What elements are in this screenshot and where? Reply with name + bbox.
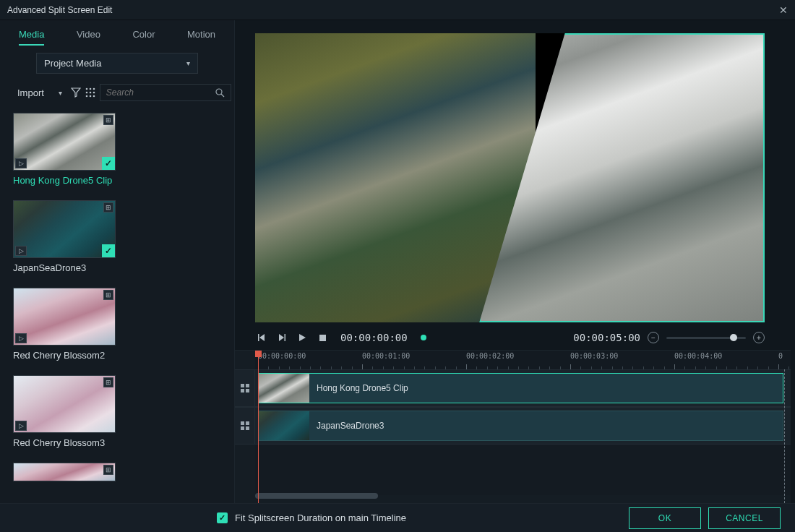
- import-button[interactable]: Import ▾: [13, 85, 66, 101]
- playhead[interactable]: [258, 351, 259, 503]
- zoom-out-button[interactable]: −: [648, 332, 659, 343]
- video-badge-icon: ▷: [15, 333, 27, 343]
- timeline-clip[interactable]: Hong Kong Drone5 Clip: [258, 373, 783, 403]
- split-badge-icon: ⊞: [103, 290, 113, 300]
- svg-line-10: [221, 94, 224, 97]
- marker-dot-icon: [421, 335, 426, 340]
- playback-controls: 00:00:00:00 00:00:05:00 − +: [235, 325, 795, 350]
- source-dropdown-label: Project Media: [44, 58, 101, 69]
- media-toolbar: Import ▾: [0, 80, 234, 108]
- thumbnail-image: [14, 463, 115, 481]
- horizontal-scrollbar[interactable]: [255, 493, 378, 499]
- ruler-mark: 00:00:04:00: [674, 352, 722, 360]
- left-panel: Media Video Color Motion Project Media ▾…: [0, 20, 235, 503]
- clip-item[interactable]: ⊞ ▷ ✓ Hong Kong Drone5 Clip: [13, 113, 221, 186]
- ok-button[interactable]: OK: [629, 507, 701, 529]
- clip-thumbnail[interactable]: ⊞ ▷: [13, 288, 116, 346]
- timeline-clip-label: JapanSeaDrone3: [309, 421, 384, 431]
- svg-point-9: [216, 89, 222, 95]
- cancel-button[interactable]: CANCEL: [708, 507, 781, 529]
- time-ruler[interactable]: 00:00:00:00 00:00:01:00 00:00:02:00 00:0…: [255, 351, 791, 369]
- svg-rect-12: [285, 334, 286, 341]
- timeline-empty[interactable]: [255, 445, 791, 495]
- clip-item[interactable]: ⊞ ▷ ✓ JapanSeaDrone3: [13, 200, 221, 273]
- track-grid-icon: [241, 384, 249, 392]
- clip-label: JapanSeaDrone3: [13, 262, 221, 273]
- ruler-mark: 0: [778, 352, 783, 360]
- svg-point-3: [86, 92, 88, 94]
- clip-label: Hong Kong Drone5 Clip: [13, 175, 221, 186]
- video-badge-icon: ▷: [15, 158, 27, 168]
- timeline: 00:00:00:00 00:00:01:00 00:00:02:00 00:0…: [235, 350, 791, 503]
- zoom-slider[interactable]: [666, 337, 746, 339]
- main: Media Video Color Motion Project Media ▾…: [0, 20, 795, 503]
- source-row: Project Media ▾: [0, 46, 234, 80]
- thumbnail-image: [14, 201, 115, 257]
- chevron-down-icon: ▾: [186, 59, 190, 67]
- grid-view-icon[interactable]: [85, 87, 95, 98]
- checked-icon: ✓: [102, 244, 115, 257]
- svg-rect-11: [258, 334, 259, 341]
- timeline-clip-thumb: [259, 374, 309, 403]
- close-icon[interactable]: ✕: [779, 4, 788, 16]
- clip-item[interactable]: ⊞ ▷ Red Cherry Blossom2: [13, 288, 221, 361]
- search-field[interactable]: [106, 87, 215, 98]
- stop-button[interactable]: [316, 331, 329, 344]
- svg-point-4: [90, 92, 92, 94]
- search-input[interactable]: [100, 84, 231, 101]
- svg-point-1: [90, 88, 92, 90]
- timeline-track: JapanSeaDrone3: [235, 407, 791, 445]
- svg-point-5: [93, 92, 95, 94]
- source-dropdown[interactable]: Project Media ▾: [36, 53, 198, 74]
- clip-end-marker: [784, 369, 785, 503]
- fit-duration-checkbox[interactable]: ✓: [217, 512, 228, 523]
- tab-motion[interactable]: Motion: [187, 29, 215, 46]
- tab-color[interactable]: Color: [132, 29, 155, 46]
- timeline-clip-thumb: [259, 411, 309, 440]
- chevron-down-icon: ▾: [59, 89, 62, 97]
- svg-point-0: [86, 88, 88, 90]
- next-frame-button[interactable]: [275, 331, 288, 344]
- ruler-mark: 00:00:02:00: [466, 352, 514, 360]
- svg-point-7: [90, 95, 92, 98]
- svg-rect-13: [319, 335, 326, 341]
- window-title: Advanced Split Screen Edit: [7, 5, 112, 15]
- checked-icon: ✓: [102, 157, 115, 170]
- split-badge-icon: ⊞: [103, 115, 113, 125]
- play-button[interactable]: [296, 331, 309, 344]
- svg-point-6: [86, 95, 88, 98]
- track-header[interactable]: [235, 408, 255, 444]
- clip-thumbnail[interactable]: ⊞: [13, 463, 116, 481]
- ruler-mark: 00:00:03:00: [570, 352, 618, 360]
- filter-icon[interactable]: [71, 87, 81, 98]
- search-icon[interactable]: [215, 88, 225, 98]
- footer: ✓ Fit Splitscreen Duration on main Timel…: [0, 503, 795, 532]
- fit-duration-label: Fit Splitscreen Duration on main Timelin…: [235, 512, 406, 523]
- ruler-mark: 00:00:01:00: [362, 352, 410, 360]
- track-header[interactable]: [235, 370, 255, 406]
- tab-video[interactable]: Video: [77, 29, 100, 46]
- titlebar: Advanced Split Screen Edit ✕: [0, 0, 795, 20]
- clip-item[interactable]: ⊞ ▷ Red Cherry Blossom3: [13, 375, 221, 448]
- clip-thumbnail[interactable]: ⊞ ▷ ✓: [13, 200, 116, 258]
- split-badge-icon: ⊞: [103, 465, 113, 475]
- clip-item[interactable]: ⊞: [13, 463, 221, 481]
- tab-media[interactable]: Media: [19, 29, 44, 46]
- zoom-handle[interactable]: [730, 334, 737, 341]
- clip-thumbnail[interactable]: ⊞ ▷: [13, 375, 116, 433]
- current-timecode: 00:00:00:00: [340, 332, 408, 343]
- ruler-ticks: [255, 364, 791, 369]
- prev-frame-button[interactable]: [255, 331, 268, 344]
- zoom-in-button[interactable]: +: [753, 332, 765, 343]
- split-badge-icon: ⊞: [103, 202, 113, 213]
- svg-point-8: [93, 95, 95, 98]
- timeline-clip[interactable]: JapanSeaDrone3: [258, 411, 783, 441]
- clip-label: Red Cherry Blossom3: [13, 437, 221, 448]
- preview-window[interactable]: [255, 33, 765, 322]
- split-badge-icon: ⊞: [103, 377, 113, 387]
- media-list: ⊞ ▷ ✓ Hong Kong Drone5 Clip ⊞ ▷ ✓ JapanS…: [0, 108, 234, 503]
- ruler-mark: 00:00:00:00: [258, 352, 306, 360]
- panel-tabs: Media Video Color Motion: [0, 20, 234, 46]
- thumbnail-image: [14, 288, 115, 345]
- clip-thumbnail[interactable]: ⊞ ▷ ✓: [13, 113, 116, 171]
